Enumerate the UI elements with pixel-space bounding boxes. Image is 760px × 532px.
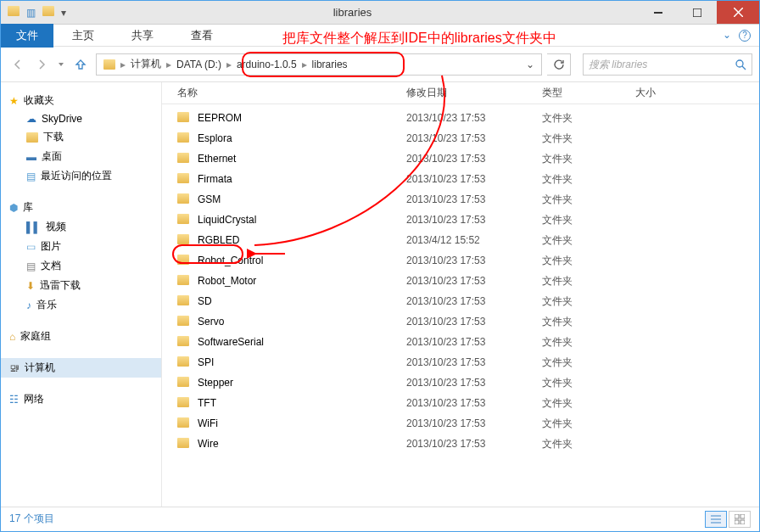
back-button[interactable] <box>8 54 28 75</box>
ribbon-expand-icon[interactable]: ⌄ ? <box>714 29 759 42</box>
ribbon-tab-home[interactable]: 主页 <box>53 24 113 48</box>
file-date: 2013/10/23 17:53 <box>406 193 542 205</box>
sidebar-item-skydrive[interactable]: ☁SkyDrive <box>1 110 161 127</box>
column-headers[interactable]: 名称 修改日期 类型 大小 <box>162 82 759 104</box>
folder-icon[interactable] <box>8 6 20 19</box>
file-row[interactable]: RGBLED2013/4/12 15:52文件夹 <box>162 230 759 250</box>
status-bar: 17 个项目 <box>1 507 759 530</box>
folder-icon <box>177 316 193 328</box>
file-row[interactable]: SD2013/10/23 17:53文件夹 <box>162 291 759 311</box>
file-type: 文件夹 <box>542 132 635 146</box>
chevron-right-icon[interactable]: ▸ <box>300 59 309 70</box>
breadcrumb-seg[interactable]: libraries <box>309 59 351 70</box>
file-row[interactable]: GSM2013/10/23 17:53文件夹 <box>162 189 759 210</box>
folder-icon <box>177 214 193 227</box>
file-type: 文件夹 <box>542 376 635 390</box>
folder-icon <box>177 234 193 247</box>
sidebar-computer[interactable]: 🖳计算机 <box>1 358 161 378</box>
file-date: 2013/10/23 17:53 <box>406 132 542 144</box>
file-row[interactable]: Firmata2013/10/23 17:53文件夹 <box>162 169 759 189</box>
file-name: Stepper <box>198 377 406 389</box>
folder-icon <box>177 397 193 410</box>
col-name[interactable]: 名称 <box>177 86 406 100</box>
sidebar-item-label: 桌面 <box>42 149 62 164</box>
file-row[interactable]: Esplora2013/10/23 17:53文件夹 <box>162 128 759 148</box>
history-dropdown-icon[interactable] <box>55 54 67 75</box>
sidebar-item-label: 图片 <box>41 239 61 254</box>
sidebar-item-desktop[interactable]: ▬桌面 <box>1 147 161 166</box>
sidebar-item-pictures[interactable]: ▭图片 <box>1 237 161 256</box>
file-row[interactable]: Stepper2013/10/23 17:53文件夹 <box>162 372 759 393</box>
file-type: 文件夹 <box>542 335 635 350</box>
file-list: EEPROM2013/10/23 17:53文件夹Esplora2013/10/… <box>162 104 759 454</box>
file-row[interactable]: Wire2013/10/23 17:53文件夹 <box>162 434 759 454</box>
sidebar-network[interactable]: ☷网络 <box>1 389 161 409</box>
file-row[interactable]: Ethernet2013/10/23 17:53文件夹 <box>162 148 759 169</box>
sidebar-item-thunder[interactable]: ⬇迅雷下载 <box>1 276 161 295</box>
download-icon: ⬇ <box>26 280 35 292</box>
close-button[interactable] <box>717 1 759 24</box>
col-type[interactable]: 类型 <box>542 86 635 100</box>
col-date[interactable]: 修改日期 <box>406 86 542 100</box>
ribbon-tab-share[interactable]: 共享 <box>113 24 172 48</box>
sidebar-favorites[interactable]: ★收藏夹 <box>1 91 161 110</box>
file-type: 文件夹 <box>542 315 635 329</box>
chevron-right-icon[interactable]: ▸ <box>225 59 233 70</box>
file-type: 文件夹 <box>542 417 635 431</box>
svg-rect-1 <box>693 8 701 17</box>
view-details-button[interactable] <box>705 511 727 528</box>
minimize-button[interactable] <box>639 1 678 24</box>
file-row[interactable]: SPI2013/10/23 17:53文件夹 <box>162 352 759 372</box>
up-button[interactable] <box>70 54 91 75</box>
search-input[interactable] <box>589 59 735 70</box>
chevron-right-icon[interactable]: ▸ <box>165 59 173 70</box>
sidebar-item-videos[interactable]: ▌▌视频 <box>1 217 161 237</box>
properties-icon[interactable]: ▥ <box>26 7 36 19</box>
file-type: 文件夹 <box>542 213 635 227</box>
sidebar-item-label: 视频 <box>46 220 66 234</box>
file-date: 2013/10/23 17:53 <box>406 255 542 266</box>
quick-access-icons: ▥ ▾ <box>1 6 66 19</box>
sidebar-item-recent[interactable]: ▤最近访问的位置 <box>1 166 161 186</box>
view-icons-button[interactable] <box>729 511 751 528</box>
search-icon[interactable] <box>735 59 746 70</box>
refresh-button[interactable] <box>547 53 571 76</box>
sidebar-homegroup[interactable]: ⌂家庭组 <box>1 327 161 346</box>
file-date: 2013/10/23 17:53 <box>406 377 542 389</box>
file-name: Wire <box>198 438 406 450</box>
sidebar-libraries[interactable]: ⬢库 <box>1 198 161 217</box>
file-row[interactable]: WiFi2013/10/23 17:53文件夹 <box>162 413 759 434</box>
search-box[interactable] <box>583 53 752 76</box>
file-name: SPI <box>198 356 406 368</box>
document-icon: ▤ <box>26 260 36 272</box>
breadcrumb-seg[interactable]: DATA (D:) <box>173 59 225 70</box>
desktop-icon: ▬ <box>26 151 36 163</box>
maximize-button[interactable] <box>678 1 717 24</box>
annotation-text: 把库文件整个解压到IDE中的libraries文件夹中 <box>282 30 556 48</box>
file-row[interactable]: TFT2013/10/23 17:53文件夹 <box>162 393 759 413</box>
file-row[interactable]: Robot_Motor2013/10/23 17:53文件夹 <box>162 271 759 291</box>
address-dropdown-icon[interactable]: ⌄ <box>519 59 541 70</box>
file-type: 文件夹 <box>542 172 635 187</box>
breadcrumb[interactable]: ▸ 计算机 ▸ DATA (D:) ▸ arduino-1.0.5 ▸ libr… <box>96 53 542 76</box>
forward-button[interactable] <box>31 54 52 75</box>
sidebar-item-music[interactable]: ♪音乐 <box>1 295 161 315</box>
file-row[interactable]: EEPROM2013/10/23 17:53文件夹 <box>162 108 759 128</box>
svg-rect-13 <box>740 520 745 524</box>
breadcrumb-seg[interactable]: arduino-1.0.5 <box>233 59 300 70</box>
file-row[interactable]: Robot_Control2013/10/23 17:53文件夹 <box>162 250 759 271</box>
chevron-right-icon[interactable]: ▸ <box>119 59 127 70</box>
open-icon[interactable] <box>42 6 54 19</box>
ribbon-tab-view[interactable]: 查看 <box>172 24 232 48</box>
file-type: 文件夹 <box>542 294 635 309</box>
file-row[interactable]: LiquidCrystal2013/10/23 17:53文件夹 <box>162 210 759 230</box>
breadcrumb-seg[interactable]: 计算机 <box>127 57 165 71</box>
video-icon: ▌▌ <box>26 221 41 233</box>
file-row[interactable]: SoftwareSerial2013/10/23 17:53文件夹 <box>162 332 759 352</box>
col-size[interactable]: 大小 <box>635 86 703 100</box>
file-row[interactable]: Servo2013/10/23 17:53文件夹 <box>162 311 759 332</box>
sidebar-item-documents[interactable]: ▤文档 <box>1 256 161 276</box>
ribbon-file-tab[interactable]: 文件 <box>1 24 53 48</box>
folder-icon <box>177 255 193 267</box>
sidebar-item-downloads[interactable]: 下载 <box>1 127 161 147</box>
